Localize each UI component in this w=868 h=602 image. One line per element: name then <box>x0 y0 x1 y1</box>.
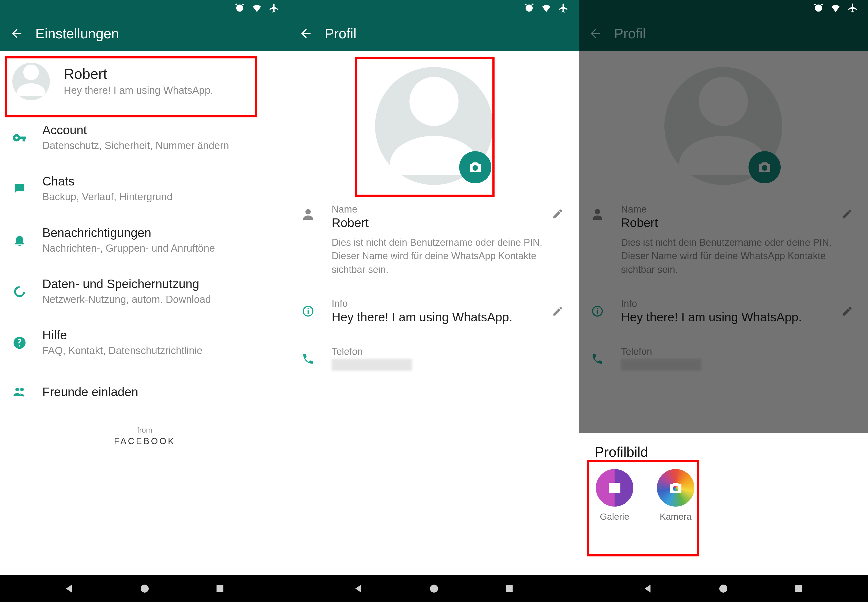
info-icon <box>302 305 314 318</box>
item-title: Benachrichtigungen <box>42 226 279 240</box>
alarm-icon <box>234 2 245 14</box>
info-label: Info <box>332 298 547 309</box>
name-row[interactable]: Name Robert Dies ist nicht dein Benutzer… <box>289 196 579 284</box>
phone-label: Telefon <box>332 346 568 357</box>
camera-icon <box>667 479 684 496</box>
status-bar <box>0 0 289 16</box>
settings-notifications[interactable]: Benachrichtigungen Nachrichten-, Gruppen… <box>0 215 289 266</box>
option-camera[interactable]: Kamera <box>657 469 694 522</box>
avatar <box>12 63 50 100</box>
settings-data-usage[interactable]: Daten- und Speichernutzung Netzwerk-Nutz… <box>0 266 289 317</box>
wifi-icon <box>251 2 263 14</box>
pencil-icon[interactable] <box>552 208 564 220</box>
item-sub: Netzwerk-Nutzung, autom. Download <box>42 293 279 306</box>
item-title: Chats <box>42 174 279 189</box>
wifi-icon <box>540 2 552 14</box>
svg-rect-5 <box>216 585 223 592</box>
people-icon <box>12 385 27 399</box>
bottom-sheet: Profilbild Galerie Kamera <box>579 433 868 575</box>
item-title: Hilfe <box>42 328 279 342</box>
app-bar: Profil <box>289 16 579 51</box>
page-title: Profil <box>325 26 356 41</box>
nav-back-icon[interactable] <box>63 583 75 594</box>
svg-point-6 <box>430 585 438 593</box>
item-title: Account <box>42 123 279 137</box>
airplane-icon <box>847 2 858 14</box>
settings-invite-friends[interactable]: Freunde einladen <box>0 374 289 410</box>
data-icon <box>12 284 27 299</box>
nav-bar <box>579 575 868 602</box>
item-sub: Datenschutz, Sicherheit, Nummer ändern <box>42 139 279 152</box>
nav-back-icon[interactable] <box>353 583 364 594</box>
sheet-title: Profilbild <box>595 444 852 460</box>
bell-icon <box>12 233 27 247</box>
settings-account[interactable]: Account Datenschutz, Sicherheit, Nummer … <box>0 112 289 163</box>
help-icon <box>12 336 27 350</box>
divider <box>43 371 289 371</box>
phone-row: Telefon <box>289 338 579 380</box>
name-value: Robert <box>332 215 547 230</box>
info-value: Hey there! I am using WhatsApp. <box>332 310 547 324</box>
svg-rect-9 <box>795 585 802 592</box>
airplane-icon <box>268 2 280 14</box>
phone-icon <box>302 352 314 366</box>
divider <box>332 335 579 335</box>
status-bar <box>289 0 579 16</box>
option-label: Galerie <box>600 511 629 522</box>
item-title: Daten- und Speichernutzung <box>42 276 279 291</box>
item-sub: Nachrichten-, Gruppen- und Anruftöne <box>42 241 279 255</box>
nav-recent-icon[interactable] <box>504 583 515 594</box>
page-title: Einstellungen <box>35 26 119 41</box>
airplane-icon <box>558 2 569 14</box>
app-bar: Einstellungen <box>0 16 289 51</box>
settings-help[interactable]: Hilfe FAQ, Kontakt, Datenschutzrichtlini… <box>0 317 289 368</box>
svg-rect-7 <box>506 585 513 592</box>
screen-settings: Einstellungen Robert Hey there! I am usi… <box>0 0 289 602</box>
nav-bar <box>0 575 289 602</box>
key-icon <box>12 131 27 145</box>
app-bar: Profil <box>579 16 868 51</box>
divider <box>332 287 579 287</box>
pencil-icon[interactable] <box>552 305 564 317</box>
change-photo-button[interactable] <box>459 151 491 183</box>
footer-brand: from FACEBOOK <box>0 426 289 446</box>
page-title: Profil <box>614 26 646 41</box>
profile-row[interactable]: Robert Hey there! I am using WhatsApp. <box>0 51 289 112</box>
chat-icon <box>12 182 27 196</box>
wifi-icon <box>830 2 841 14</box>
nav-back-icon[interactable] <box>642 583 654 594</box>
nav-bar <box>289 575 579 602</box>
profile-name: Robert <box>64 65 279 82</box>
item-sub: Backup, Verlauf, Hintergrund <box>42 190 279 204</box>
nav-home-icon[interactable] <box>428 583 440 594</box>
nav-recent-icon[interactable] <box>214 583 226 594</box>
back-icon <box>588 26 602 40</box>
avatar-section <box>289 51 579 196</box>
profile-status: Hey there! I am using WhatsApp. <box>64 84 279 97</box>
item-sub: FAQ, Kontakt, Datenschutzrichtlinie <box>42 344 279 358</box>
item-title: Freunde einladen <box>42 385 279 399</box>
person-icon <box>302 208 314 221</box>
alarm-icon <box>524 2 535 14</box>
status-bar <box>579 0 868 16</box>
settings-chats[interactable]: Chats Backup, Verlauf, Hintergrund <box>0 163 289 214</box>
nav-recent-icon[interactable] <box>793 583 805 594</box>
screen-profile: Profil Name Robert Dies ist nicht dein B… <box>289 0 579 602</box>
phone-value-redacted <box>332 359 412 371</box>
screen-profile-sheet: Profil Name Robert Dies ist nicht dein B… <box>579 0 868 602</box>
svg-point-4 <box>141 585 148 593</box>
back-icon[interactable] <box>10 26 24 40</box>
name-desc: Dies ist nicht dein Benutzername oder de… <box>332 236 547 276</box>
info-row[interactable]: Info Hey there! I am using WhatsApp. <box>289 290 579 332</box>
nav-home-icon[interactable] <box>718 583 729 594</box>
camera-icon <box>467 159 484 175</box>
gallery-icon <box>606 479 623 496</box>
name-label: Name <box>332 204 547 215</box>
option-gallery[interactable]: Galerie <box>596 469 633 522</box>
alarm-icon <box>813 2 824 14</box>
svg-point-8 <box>720 585 727 593</box>
option-label: Kamera <box>660 511 692 522</box>
back-icon[interactable] <box>299 26 313 40</box>
nav-home-icon[interactable] <box>139 583 150 594</box>
